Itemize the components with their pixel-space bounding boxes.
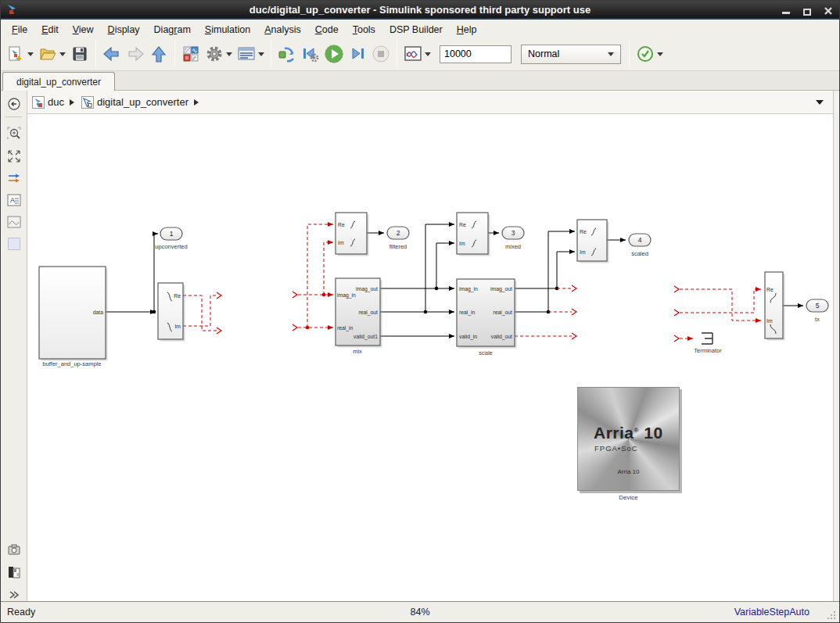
block-scale[interactable]: imag_in imag_out real_in real_out valid_… [457,279,517,356]
outport-scaled[interactable]: 4 scaled [629,234,651,257]
stop-button[interactable] [369,41,393,66]
breadcrumb-current[interactable]: digital_up_converter [97,96,188,108]
zoom-level: 84% [410,607,429,618]
simulation-mode-select[interactable]: Normal [521,45,621,64]
block-complex-to-real-imag[interactable]: Re Im [158,283,185,342]
menu-diagram[interactable]: Diagram [147,23,198,37]
simulation-data-inspector-button[interactable] [401,41,425,66]
close-icon [824,6,833,16]
port-label-im: Im [580,249,586,255]
screenshot-button[interactable] [7,542,21,557]
status-message: Ready [7,607,35,618]
signal-routing-button[interactable] [7,171,21,185]
outport-filtered[interactable]: 2 filtered [387,227,409,250]
area-button[interactable] [7,237,21,251]
solver-link[interactable]: VariableStepAuto [734,607,809,618]
toolbar-separator [95,40,96,68]
port-label-valid-out1: valid_out1 [354,334,378,340]
svg-text:A: A [10,196,15,204]
configuration-dropdown-caret[interactable] [258,52,264,56]
settings-dropdown-caret[interactable] [226,52,232,56]
stop-time-input[interactable] [440,45,512,63]
model-settings-button[interactable] [203,41,226,66]
block-real-imag-to-complex-4[interactable]: Re Im [765,272,785,341]
outport-upconverted[interactable]: 1 upconverted [155,227,187,250]
new-model-button[interactable] [4,41,27,66]
model-advisor-button[interactable] [634,41,657,66]
library-browser-icon [182,45,199,63]
menu-file[interactable]: File [5,23,34,37]
menu-analysis[interactable]: Analysis [257,23,308,37]
expand-palette-button[interactable] [7,588,21,602]
close-button[interactable] [823,5,833,16]
viewer-image-button[interactable] [7,215,21,229]
model-configuration-button[interactable] [235,41,258,66]
breadcrumb-separator-icon [70,99,74,106]
outport-tx[interactable]: 5 tx [806,299,828,323]
diagram-svg: data buffer_and_up-sample Re Im [27,114,833,601]
breadcrumb-root[interactable]: duc [48,96,64,108]
menu-dsp-builder[interactable]: DSP Builder [382,23,450,37]
simulation-mode-caret [608,52,614,56]
menu-code[interactable]: Code [308,23,346,37]
toolbar-separator [629,40,630,68]
menu-help[interactable]: Help [450,23,484,37]
sample-time-legend-button[interactable] [7,565,21,579]
minimize-icon [782,12,790,14]
title-bar[interactable]: duc/digital_up_converter - Simulink spon… [1,1,839,20]
new-model-dropdown-caret[interactable] [27,52,34,56]
open-button[interactable] [36,41,59,66]
port-label-im: Im [338,240,344,245]
block-real-imag-to-complex-1[interactable]: Re Im [336,213,369,256]
tab-label: digital_up_converter [16,77,101,88]
fit-to-view-button[interactable] [7,149,21,163]
model-advisor-caret[interactable] [657,52,663,56]
zoom-tool-button[interactable] [7,127,21,141]
menu-tools[interactable]: Tools [346,23,382,37]
outport-mixed[interactable]: 3 mixed [502,227,524,250]
menu-simulation[interactable]: Simulation [198,23,257,37]
check-circle-icon [636,45,655,63]
toolbar-separator [174,40,175,68]
step-back-button[interactable] [299,41,322,66]
block-terminator[interactable]: Terminator [694,333,722,354]
up-to-parent-button[interactable] [147,41,171,66]
library-browser-button[interactable] [179,41,203,66]
step-forward-icon [348,45,367,63]
block-label: Device [577,494,680,501]
annotation-button[interactable]: A [7,193,21,207]
back-button[interactable] [100,41,124,66]
menu-edit[interactable]: Edit [34,23,66,37]
open-dropdown-caret[interactable] [59,52,66,56]
block-device[interactable]: Arria® 10 FPGA•SoC Arria 10 Device [577,387,680,501]
block-buffer-and-up-sample[interactable]: data buffer_and_up-sample [39,267,108,367]
menu-display[interactable]: Display [101,23,147,37]
collapsed-panel-strip[interactable] [833,91,839,601]
save-icon [71,45,88,63]
port-label-imag-out: imag_out [490,286,512,292]
toolbar: Normal [1,38,839,71]
run-button[interactable] [322,41,346,66]
resize-grip[interactable] [827,610,837,620]
diagram-canvas[interactable]: data buffer_and_up-sample Re Im [27,114,833,601]
update-diagram-button[interactable] [275,41,299,66]
port-label-real-in: real_in [337,325,354,331]
menu-view[interactable]: View [66,23,101,37]
save-button[interactable] [68,41,92,66]
tab-digital-up-converter[interactable]: digital_up_converter [2,72,115,91]
block-real-imag-to-complex-3[interactable]: Re Im [577,220,609,263]
inspector-dropdown-caret[interactable] [425,52,431,56]
hide-browser-button[interactable] [7,97,21,111]
new-model-icon [7,45,24,63]
breadcrumb-dropdown-caret[interactable] [816,100,824,105]
step-forward-button[interactable] [346,41,369,66]
window-title: duc/digital_up_converter - Simulink spon… [1,4,839,16]
block-real-imag-to-complex-2[interactable]: Re Im [457,213,490,256]
block-label: scale [479,349,493,356]
maximize-button[interactable] [802,5,812,16]
port-label-imag-in: imag_in [337,292,356,299]
minimize-button[interactable] [781,5,791,16]
forward-button[interactable] [124,41,147,66]
block-mix[interactable]: imag_out imag_in real_out real_in valid_… [336,278,382,355]
block-label: Terminator [694,347,722,354]
